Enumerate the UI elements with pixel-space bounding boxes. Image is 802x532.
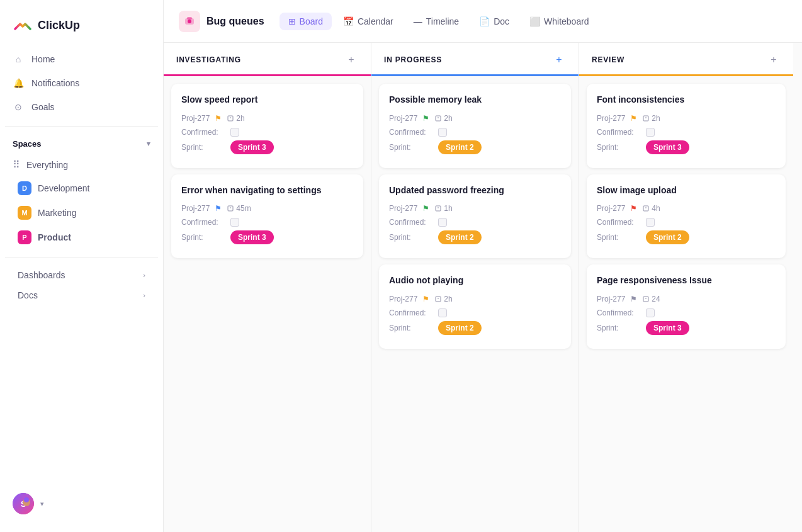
card-confirmed-field: Confirmed: — [181, 128, 353, 137]
spaces-section-header[interactable]: Spaces ▾ — [0, 134, 163, 154]
card-confirmed-field: Confirmed: — [181, 218, 353, 227]
sidebar-item-development[interactable]: D Development — [5, 176, 158, 200]
flag-icon: ⚑ — [630, 114, 637, 123]
card-proj: Proj-277 — [597, 295, 625, 303]
card-meta: Proj-277 ⚑ 2h — [597, 114, 776, 123]
confirmed-checkbox[interactable] — [438, 218, 447, 227]
sprint-badge: Sprint 3 — [646, 140, 689, 154]
tab-doc[interactable]: 📄 Doc — [470, 13, 518, 30]
card-title: Possible memory leak — [389, 94, 561, 106]
confirmed-checkbox[interactable] — [646, 308, 655, 317]
flag-icon: ⚑ — [422, 295, 429, 303]
confirmed-checkbox[interactable] — [646, 218, 655, 227]
page-title-area: Bug queues — [179, 11, 264, 32]
card-confirmed-field: Confirmed: — [389, 128, 561, 137]
svg-point-3 — [24, 497, 29, 502]
sprint-badge: Sprint 2 — [646, 230, 689, 244]
confirmed-checkbox[interactable] — [230, 218, 239, 227]
card-proj: Proj-277 — [389, 204, 417, 213]
card-meta: Proj-277 ⚑ 24 — [597, 295, 776, 303]
confirmed-checkbox[interactable] — [438, 128, 447, 137]
dashboards-chevron-icon: › — [143, 271, 145, 279]
bug-queues-icon — [179, 11, 200, 32]
sprint-badge: Sprint 3 — [230, 230, 274, 244]
column-header-investigating: INVESTIGATING + — [164, 43, 371, 76]
card-meta: Proj-277 ⚑ 2h — [389, 114, 561, 123]
card-sprint-field: Sprint: Sprint 3 — [181, 140, 353, 154]
tab-whiteboard[interactable]: ⬜ Whiteboard — [521, 13, 598, 30]
sidebar-item-home[interactable]: ⌂ Home — [5, 48, 158, 71]
divider-1 — [5, 126, 158, 127]
add-card-investigating-button[interactable]: + — [344, 53, 358, 67]
tab-board[interactable]: ⊞ Board — [280, 13, 332, 30]
sidebar-item-marketing[interactable]: M Marketing — [5, 201, 158, 225]
column-cards-investigating: Slow speed report Proj-277 ⚑ 2h Confirme… — [164, 76, 371, 532]
sidebar-item-dashboards[interactable]: Dashboards › — [5, 265, 158, 285]
confirmed-checkbox[interactable] — [438, 308, 447, 317]
user-avatar-img: S — [13, 493, 34, 514]
column-cards-in-progress: Possible memory leak Proj-277 ⚑ 2h Confi… — [371, 76, 579, 532]
card-meta: Proj-277 ⚑ 45m — [181, 204, 353, 213]
column-title-investigating: INVESTIGATING — [176, 55, 241, 64]
tab-calendar[interactable]: 📅 Calendar — [334, 13, 402, 30]
sidebar-item-goals[interactable]: ⊙ Goals — [5, 96, 158, 118]
card-password-freezing[interactable]: Updated password freezing Proj-277 ⚑ 1h … — [379, 174, 571, 259]
add-card-review-button[interactable]: + — [767, 53, 781, 67]
card-meta: Proj-277 ⚑ 1h — [389, 204, 561, 213]
time-estimate: 2h — [434, 114, 452, 123]
card-font-inconsistencies[interactable]: Font inconsistencies Proj-277 ⚑ 2h Confi… — [587, 84, 786, 168]
page-title: Bug queues — [206, 16, 264, 27]
card-slow-speed-report[interactable]: Slow speed report Proj-277 ⚑ 2h Confirme… — [171, 84, 363, 168]
sidebar-item-product[interactable]: P Product — [5, 225, 158, 249]
sidebar-item-product-label: Product — [38, 232, 71, 242]
avatar[interactable]: S — [13, 493, 34, 514]
clickup-logo-icon — [13, 15, 33, 35]
card-slow-image-upload[interactable]: Slow image upload Proj-277 ⚑ 4h Confirme… — [587, 174, 786, 259]
sidebar-item-docs[interactable]: Docs › — [5, 285, 158, 305]
tab-timeline[interactable]: — Timeline — [405, 13, 468, 30]
confirmed-label: Confirmed: — [389, 128, 433, 137]
card-title: Page responsiveness Issue — [597, 274, 776, 287]
confirmed-label: Confirmed: — [389, 218, 433, 227]
spaces-chevron-icon: ▾ — [147, 140, 150, 148]
time-estimate: 45m — [227, 204, 251, 213]
card-audio-not-playing[interactable]: Audio not playing Proj-277 ⚑ 2h Confirme… — [379, 264, 571, 349]
card-confirmed-field: Confirmed: — [597, 218, 776, 227]
sprint-label: Sprint: — [597, 233, 641, 242]
card-sprint-field: Sprint: Sprint 2 — [597, 230, 776, 244]
sidebar-item-everything[interactable]: ⠿ Everything — [0, 154, 163, 176]
development-avatar: D — [18, 181, 31, 195]
card-proj: Proj-277 — [389, 295, 417, 303]
sidebar-nav: ⌂ Home 🔔 Notifications ⊙ Goals — [0, 48, 163, 118]
card-proj: Proj-277 — [389, 114, 417, 123]
flag-icon: ⚑ — [630, 295, 637, 303]
sidebar-footer: S ▾ — [0, 485, 163, 522]
view-tabs: ⊞ Board 📅 Calendar — Timeline 📄 Doc ⬜ Wh… — [280, 13, 598, 30]
card-page-responsiveness[interactable]: Page responsiveness Issue Proj-277 ⚑ 24 … — [587, 264, 786, 349]
spaces-label: Spaces — [13, 139, 42, 149]
confirmed-checkbox[interactable] — [230, 128, 239, 137]
card-title: Audio not playing — [389, 274, 561, 287]
confirmed-checkbox[interactable] — [646, 128, 655, 137]
card-confirmed-field: Confirmed: — [597, 128, 776, 137]
confirmed-label: Confirmed: — [597, 218, 641, 227]
sidebar-item-notifications[interactable]: 🔔 Notifications — [5, 72, 158, 94]
main-content: Bug queues ⊞ Board 📅 Calendar — Timeline… — [164, 0, 802, 532]
card-sprint-field: Sprint: Sprint 3 — [181, 230, 353, 244]
confirmed-label: Confirmed: — [181, 218, 225, 227]
confirmed-label: Confirmed: — [597, 308, 641, 317]
card-memory-leak[interactable]: Possible memory leak Proj-277 ⚑ 2h Confi… — [379, 84, 571, 168]
user-menu-chevron-icon[interactable]: ▾ — [40, 500, 44, 508]
card-title: Error when navigating to settings — [181, 184, 353, 197]
sprint-label: Sprint: — [389, 233, 433, 242]
card-proj: Proj-277 — [181, 114, 210, 123]
sprint-label: Sprint: — [181, 233, 225, 242]
flag-icon: ⚑ — [215, 204, 222, 213]
tab-board-label: Board — [300, 16, 323, 26]
card-proj: Proj-277 — [181, 204, 210, 213]
card-meta: Proj-277 ⚑ 4h — [597, 204, 776, 213]
card-sprint-field: Sprint: Sprint 2 — [389, 230, 561, 244]
card-error-navigating[interactable]: Error when navigating to settings Proj-2… — [171, 174, 363, 259]
add-card-in-progress-button[interactable]: + — [552, 53, 566, 67]
card-title: Slow image upload — [597, 184, 776, 197]
